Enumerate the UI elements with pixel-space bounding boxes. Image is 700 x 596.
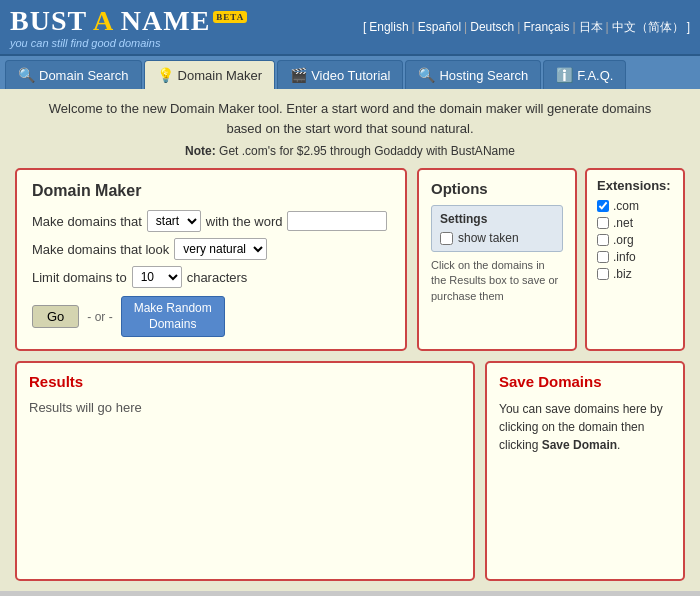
ext-biz-row: .biz	[597, 267, 673, 281]
welcome-line2: based on the start word that sound natur…	[226, 121, 473, 136]
dm-word-input[interactable]	[287, 211, 387, 231]
note-text: Get .com's for $2.95 through Godaddy wit…	[219, 144, 515, 158]
lang-francais[interactable]: Français	[523, 20, 569, 34]
show-taken-row: show taken	[440, 231, 554, 245]
go-button[interactable]: Go	[32, 305, 79, 328]
domain-maker-icon: 💡	[157, 67, 174, 83]
dm-go-row: Go - or - Make Random Domains	[32, 296, 390, 337]
ext-org-label: .org	[613, 233, 634, 247]
ext-org-checkbox[interactable]	[597, 234, 609, 246]
domain-maker-area: Domain Maker Make domains that start end…	[15, 168, 685, 351]
lang-deutsch[interactable]: Deutsch	[470, 20, 514, 34]
click-info: Click on the domains in the Results box …	[431, 258, 563, 304]
make-random-button[interactable]: Make Random Domains	[121, 296, 225, 337]
hosting-search-icon: 🔍	[418, 67, 435, 83]
tab-video-tutorial-label: Video Tutorial	[311, 68, 390, 83]
ext-info-label: .info	[613, 250, 636, 264]
tab-domain-search-label: Domain Search	[39, 68, 129, 83]
ext-info-row: .info	[597, 250, 673, 264]
show-taken-checkbox[interactable]	[440, 232, 453, 245]
dm-limit-select[interactable]: 56789 1011121520any	[132, 266, 182, 288]
lang-english[interactable]: English	[369, 20, 408, 34]
logo-bust: BUST	[10, 5, 93, 36]
save-action-label: Save Domain	[542, 438, 617, 452]
ext-org-row: .org	[597, 233, 673, 247]
bottom-area: Results Results will go here Save Domain…	[15, 361, 685, 581]
save-domains-box: Save Domains You can save domains here b…	[485, 361, 685, 581]
tab-faq[interactable]: ℹ️ F.A.Q.	[543, 60, 626, 89]
logo-beta: BETA	[213, 11, 247, 23]
dm-look-prefix: Make domains that look	[32, 242, 169, 257]
note-label: Note:	[185, 144, 216, 158]
lang-chinese[interactable]: 中文（简体）	[612, 19, 684, 36]
dm-start-select[interactable]: start end	[147, 210, 201, 232]
options-box: Options Settings show taken Click on the…	[417, 168, 577, 351]
options-extensions-area: Options Settings show taken Click on the…	[417, 168, 685, 351]
welcome-text: Welcome to the new Domain Maker tool. En…	[15, 99, 685, 138]
tab-faq-label: F.A.Q.	[577, 68, 613, 83]
note-bar: Note: Get .com's for $2.95 through Godad…	[15, 144, 685, 158]
options-title: Options	[431, 180, 563, 197]
make-random-line1: Make Random	[134, 301, 212, 315]
dm-row-look: Make domains that look very natural natu…	[32, 238, 390, 260]
dm-start-prefix: Make domains that	[32, 214, 142, 229]
save-domains-content: You can save domains here by clicking on…	[499, 400, 671, 454]
domain-maker-title: Domain Maker	[32, 182, 390, 200]
ext-net-row: .net	[597, 216, 673, 230]
dm-limit-suffix: characters	[187, 270, 248, 285]
settings-section: Settings show taken	[431, 205, 563, 252]
lang-bracket-open: [	[363, 20, 366, 34]
lang-espanol[interactable]: Español	[418, 20, 461, 34]
or-text: - or -	[87, 310, 112, 324]
lang-japanese[interactable]: 日本	[579, 19, 603, 36]
dm-look-select[interactable]: very natural natural any	[174, 238, 267, 260]
tab-video-tutorial[interactable]: 🎬 Video Tutorial	[277, 60, 403, 89]
ext-biz-label: .biz	[613, 267, 632, 281]
ext-net-label: .net	[613, 216, 633, 230]
settings-title: Settings	[440, 212, 554, 226]
dm-row-limit: Limit domains to 56789 1011121520any cha…	[32, 266, 390, 288]
ext-info-checkbox[interactable]	[597, 251, 609, 263]
lang-bracket-close: ]	[687, 20, 690, 34]
faq-icon: ℹ️	[556, 67, 573, 83]
language-bar: [ English | Español | Deutsch | Français…	[363, 19, 690, 36]
logo: BUST A NAMEBETA	[10, 5, 247, 37]
tab-domain-search[interactable]: 🔍 Domain Search	[5, 60, 142, 89]
header: BUST A NAMEBETA you can still find good …	[0, 0, 700, 56]
save-domains-title: Save Domains	[499, 373, 671, 390]
ext-com-label: .com	[613, 199, 639, 213]
dm-with-word: with the word	[206, 214, 283, 229]
ext-net-checkbox[interactable]	[597, 217, 609, 229]
results-placeholder: Results will go here	[29, 400, 461, 415]
dm-limit-prefix: Limit domains to	[32, 270, 127, 285]
ext-com-checkbox[interactable]	[597, 200, 609, 212]
tab-domain-maker-label: Domain Maker	[178, 68, 263, 83]
tab-hosting-search[interactable]: 🔍 Hosting Search	[405, 60, 541, 89]
dm-row-start: Make domains that start end with the wor…	[32, 210, 390, 232]
extensions-title: Extensions:	[597, 178, 673, 193]
domain-search-icon: 🔍	[18, 67, 35, 83]
results-title: Results	[29, 373, 461, 390]
ext-biz-checkbox[interactable]	[597, 268, 609, 280]
tab-domain-maker[interactable]: 💡 Domain Maker	[144, 60, 276, 89]
logo-name: NAME	[121, 5, 211, 36]
show-taken-label: show taken	[458, 231, 519, 245]
navigation: 🔍 Domain Search 💡 Domain Maker 🎬 Video T…	[0, 56, 700, 89]
make-random-line2: Domains	[149, 317, 196, 331]
ext-com-row: .com	[597, 199, 673, 213]
video-tutorial-icon: 🎬	[290, 67, 307, 83]
extensions-box: Extensions: .com .net .org .info	[585, 168, 685, 351]
domain-maker-box: Domain Maker Make domains that start end…	[15, 168, 407, 351]
tab-hosting-search-label: Hosting Search	[439, 68, 528, 83]
logo-tagline: you can still find good domains	[10, 37, 247, 49]
results-box: Results Results will go here	[15, 361, 475, 581]
logo-area: BUST A NAMEBETA you can still find good …	[10, 5, 247, 49]
welcome-line1: Welcome to the new Domain Maker tool. En…	[49, 101, 651, 116]
main-content: Welcome to the new Domain Maker tool. En…	[0, 89, 700, 591]
logo-a: A	[93, 5, 121, 36]
save-period: .	[617, 438, 620, 452]
